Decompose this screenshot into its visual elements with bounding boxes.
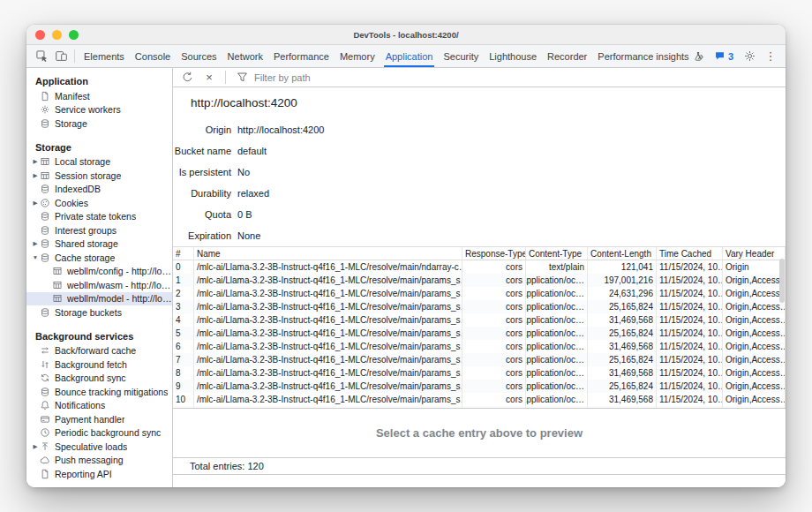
cache-entry-row[interactable]: 6/mlc-ai/Llama-3.2-3B-Instruct-q4f16_1-M…	[173, 340, 786, 353]
tab-performance-insights[interactable]: Performance insights	[592, 45, 708, 67]
sidebar-item-storage-buckets[interactable]: Storage buckets	[26, 305, 172, 320]
sidebar-item-payment-handler[interactable]: Payment handler	[26, 412, 172, 426]
chevron-collapsed-icon[interactable]: ▶	[31, 443, 40, 450]
metadata-value: relaxed	[237, 188, 269, 199]
cache-entry-row[interactable]: 1/mlc-ai/Llama-3.2-3B-Instruct-q4f16_1-M…	[173, 274, 786, 287]
inspect-element-button[interactable]	[32, 48, 51, 65]
tab-console[interactable]: Console	[130, 45, 176, 67]
sidebar-item-label: webllm/model - http://loc…	[67, 293, 172, 304]
cell-response-type: cors	[462, 353, 526, 366]
cache-entry-row[interactable]: 9/mlc-ai/Llama-3.2-3B-Instruct-q4f16_1-M…	[173, 380, 786, 393]
database-icon	[40, 225, 50, 236]
column-header-[interactable]: #	[173, 247, 194, 260]
cell-content-type: application/oc…	[526, 274, 588, 287]
cell-content-length: 25,165,824	[588, 380, 657, 393]
close-button[interactable]	[35, 30, 45, 40]
application-sidebar: ApplicationManifestService workersStorag…	[26, 68, 173, 487]
column-header-content-length[interactable]: Content-Length	[588, 247, 657, 260]
sidebar-item-service-workers[interactable]: Service workers	[26, 103, 172, 117]
sidebar-item-bounce-tracking-mitigations[interactable]: Bounce tracking mitigations	[26, 385, 172, 399]
cell-response-type: cors	[462, 274, 526, 287]
origin-heading: http://localhost:4200	[173, 87, 786, 114]
sidebar-item-back-forward-cache[interactable]: Back/forward cache	[26, 344, 172, 358]
messages-button[interactable]: 3	[710, 50, 738, 62]
sidebar-item-interest-groups[interactable]: Interest groups	[26, 223, 172, 237]
cache-entry-row[interactable]: 7/mlc-ai/Llama-3.2-3B-Instruct-q4f16_1-M…	[173, 353, 786, 366]
device-toolbar-button[interactable]	[51, 48, 71, 65]
sidebar-item-notifications[interactable]: Notifications	[26, 399, 172, 413]
cache-entry-row[interactable]: 8/mlc-ai/Llama-3.2-3B-Instruct-q4f16_1-M…	[173, 366, 786, 380]
cache-entry-row[interactable]: 4/mlc-ai/Llama-3.2-3B-Instruct-q4f16_1-M…	[173, 313, 786, 327]
cell-time-cached: 11/15/2024, 10…	[657, 406, 723, 409]
cell-vary-header: Origin,Access…	[723, 353, 786, 366]
column-header-content-type[interactable]: Content-Type	[526, 247, 588, 260]
sidebar-item-periodic-background-sync[interactable]: Periodic background sync	[26, 426, 172, 440]
cache-detail-area: http://localhost:4200 Originhttp://local…	[173, 87, 786, 409]
column-header-vary-header[interactable]: Vary Header	[723, 247, 786, 260]
chevron-collapsed-icon[interactable]: ▶	[31, 200, 40, 207]
sidebar-item-session-storage[interactable]: ▶Session storage	[26, 169, 172, 183]
tab-lighthouse[interactable]: Lighthouse	[484, 45, 542, 67]
refresh-button[interactable]	[177, 69, 197, 87]
sidebar-item-webllm-model-http-loc[interactable]: webllm/model - http://loc…	[26, 292, 172, 306]
column-header-name[interactable]: Name	[194, 247, 462, 260]
sidebar-item-indexeddb[interactable]: IndexedDB	[26, 183, 172, 197]
sidebar-item-label: IndexedDB	[55, 184, 101, 194]
filter-input[interactable]	[254, 72, 448, 83]
metadata-value: default	[237, 146, 267, 156]
tab-elements[interactable]: Elements	[79, 45, 130, 67]
column-header-response-type[interactable]: Response-Type	[462, 247, 526, 260]
scrollbar-thumb[interactable]	[779, 259, 785, 303]
sidebar-item-shared-storage[interactable]: ▶Shared storage	[26, 237, 172, 252]
sidebar-item-push-messaging[interactable]: Push messaging	[26, 454, 172, 468]
traffic-lights	[35, 25, 79, 44]
tab-network[interactable]: Network	[222, 45, 268, 67]
tab-sources[interactable]: Sources	[176, 45, 222, 67]
tab-recorder[interactable]: Recorder	[542, 45, 592, 67]
sidebar-item-manifest[interactable]: Manifest	[26, 89, 172, 103]
tab-memory[interactable]: Memory	[335, 45, 380, 67]
sidebar-item-local-storage[interactable]: ▶Local storage	[26, 155, 172, 169]
chevron-expanded-icon[interactable]: ▼	[31, 254, 40, 260]
sidebar-item-private-state-tokens[interactable]: Private state tokens	[26, 210, 172, 224]
delete-selected-button[interactable]: ×	[199, 69, 219, 87]
table-icon	[52, 266, 63, 276]
chevron-collapsed-icon[interactable]: ▶	[31, 172, 40, 179]
preview-placeholder: Select a cache entry above to preview	[173, 409, 786, 458]
chevron-collapsed-icon[interactable]: ▶	[31, 240, 40, 247]
cache-entry-row[interactable]: 0/mlc-ai/Llama-3.2-3B-Instruct-q4f16_1-M…	[173, 260, 786, 274]
tab-label: Security	[443, 51, 478, 62]
cell-response-type: cors	[462, 393, 526, 406]
sidebar-item-label: Service workers	[55, 104, 121, 115]
chevron-collapsed-icon[interactable]: ▶	[31, 158, 40, 165]
tab-security[interactable]: Security	[438, 45, 484, 67]
column-header-time-cached[interactable]: Time Cached	[657, 247, 723, 260]
sidebar-item-background-sync[interactable]: Background sync	[26, 372, 172, 386]
minimize-button[interactable]	[52, 30, 62, 40]
tab-performance[interactable]: Performance	[268, 45, 335, 67]
cache-entry-row[interactable]: 5/mlc-ai/Llama-3.2-3B-Instruct-q4f16_1-M…	[173, 327, 786, 340]
sidebar-item-webllm-wasm-http-loca[interactable]: webllm/wasm - http://loca…	[26, 278, 172, 292]
sidebar-item-reporting-api[interactable]: Reporting API	[26, 467, 172, 481]
sidebar-item-background-fetch[interactable]: Background fetch	[26, 358, 172, 372]
sidebar-item-label: Reporting API	[55, 469, 112, 479]
sidebar-item-webllm-config-http-loc[interactable]: webllm/config - http://loc…	[26, 265, 172, 279]
cache-entry-row[interactable]: 11/mlc-ai/Llama-3.2-3B-Instruct-q4f16_1-…	[173, 406, 786, 409]
table-body: 0/mlc-ai/Llama-3.2-3B-Instruct-q4f16_1-M…	[173, 260, 786, 409]
cache-toolbar: ×	[173, 68, 786, 87]
sidebar-item-cookies[interactable]: ▶Cookies	[26, 196, 172, 210]
zoom-button[interactable]	[69, 30, 79, 40]
tab-label: Console	[135, 51, 170, 62]
cell-response-type: cors	[462, 406, 526, 409]
settings-button[interactable]	[740, 48, 759, 65]
cache-entry-row[interactable]: 3/mlc-ai/Llama-3.2-3B-Instruct-q4f16_1-M…	[173, 300, 786, 313]
sidebar-item-speculative-loads[interactable]: ▶Speculative loads	[26, 440, 172, 454]
cell-time-cached: 11/15/2024, 10…	[657, 393, 723, 406]
sidebar-item-cache-storage[interactable]: ▼Cache storage	[26, 251, 172, 265]
sidebar-item-storage[interactable]: Storage	[26, 117, 172, 131]
tab-application[interactable]: Application	[380, 45, 439, 67]
cache-entry-row[interactable]: 2/mlc-ai/Llama-3.2-3B-Instruct-q4f16_1-M…	[173, 287, 786, 300]
table-header-row: #NameResponse-TypeContent-TypeContent-Le…	[173, 246, 786, 260]
cache-entry-row[interactable]: 10/mlc-ai/Llama-3.2-3B-Instruct-q4f16_1-…	[173, 393, 786, 406]
more-options-button[interactable]: ⋮	[761, 48, 780, 65]
